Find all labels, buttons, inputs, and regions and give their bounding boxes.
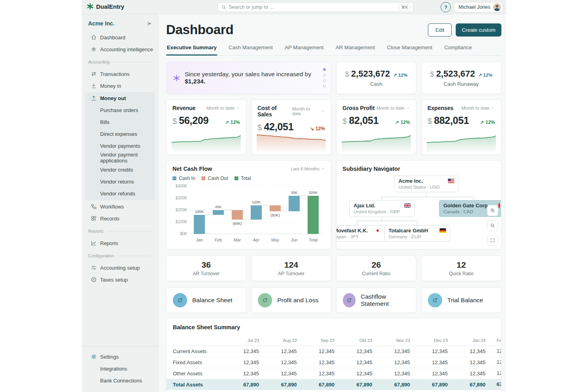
sidebar-item-settings[interactable]: Settings — [85, 351, 155, 363]
period-dropdown[interactable]: Month to date — [377, 106, 410, 110]
sidebar-item-label: Integrations — [100, 366, 127, 372]
sidebar-item-money-in[interactable]: Money in — [85, 80, 155, 92]
table-header-row: Jul 23Aug 23Sep 23Okt 23Nov 23Dec 23Jan … — [166, 336, 501, 346]
col-header-aug-23: Aug 23 — [269, 336, 307, 346]
org-node-acme-inc[interactable]: Acme Inc.United States · USD — [394, 176, 458, 192]
sidebar-item-accounting-intelligence[interactable]: Accounting intelligence — [85, 43, 155, 55]
card-title: Subsidiary Navigator — [342, 166, 400, 172]
cell: 12,345 — [232, 346, 269, 357]
report-link-label: Trial Balance — [447, 297, 483, 304]
table-row-total-assets: Total Assets67,89067,89067,89067,89067,8… — [166, 379, 501, 390]
carousel-dot[interactable] — [323, 74, 326, 77]
brand-logo-icon — [87, 3, 94, 10]
sidebar-item-purchase-orders[interactable]: Purchase orders — [85, 104, 155, 116]
user-menu-button[interactable]: Michael Jones — [454, 2, 503, 12]
carousel-dot[interactable] — [323, 85, 326, 88]
sidebar-item-vendor-credits[interactable]: Vendor credits — [85, 164, 155, 176]
search-box[interactable]: ⌘K — [218, 2, 413, 12]
carousel-dot[interactable] — [323, 79, 326, 82]
sidebar-item-dashboard[interactable]: Dashboard — [85, 31, 155, 43]
period-dropdown[interactable]: Last 6 Months — [291, 166, 325, 171]
sidebar-item-vendor-payment-applications[interactable]: Vendor payment applications — [85, 152, 155, 164]
sidebar-item-integrations[interactable]: Integrations — [85, 363, 155, 375]
edit-button[interactable]: Edit — [428, 23, 452, 37]
report-link-trial-balance[interactable]: Trial Balance — [421, 287, 501, 313]
legend-item-cash-in: Cash In — [172, 176, 195, 181]
sidebar-item-label: Money in — [100, 83, 121, 89]
sidebar-item-workflows[interactable]: Workflows — [85, 201, 155, 212]
zoom-out-button[interactable] — [487, 220, 498, 231]
sidebar-item-vendor-refunds[interactable]: Vendor refunds — [85, 187, 155, 199]
sidebar-item-vendor-payments[interactable]: Vendor payments — [85, 140, 155, 152]
org-node-movefast-k-k[interactable]: Movefast K.K.Japan · JPY — [336, 225, 385, 242]
report-link-balance-sheet[interactable]: Balance Sheet — [166, 287, 246, 313]
carousel-dot[interactable] — [323, 68, 326, 71]
report-link-profit-and-loss[interactable]: Profit and Loss — [251, 287, 331, 313]
gear-icon — [91, 353, 97, 360]
section-label: Reports — [88, 229, 104, 234]
sidebar-item-transactions[interactable]: Transactions — [85, 68, 155, 80]
ratio-value: 124 — [284, 260, 298, 270]
chart-title: Net Cash Flow — [172, 166, 212, 172]
sidebar-item-accounting-setup[interactable]: Accounting setup — [85, 262, 155, 274]
cell: 12,345 — [458, 346, 496, 357]
org-node-ajax-ltd[interactable]: Ajax Ltd.United Kingdom · GBP — [349, 200, 415, 217]
sidebar-item-bank-connections[interactable]: Bank Connections — [85, 375, 155, 386]
collapse-sidebar-icon[interactable] — [147, 21, 153, 27]
metric-card-cost-of-sales: Cost of SalesMonth to date$42,051↘ 12% — [251, 99, 331, 155]
sidebar-item-bills[interactable]: Bills — [85, 116, 155, 128]
sidebar-item-reports[interactable]: Reports — [85, 237, 155, 249]
tab-executive-summary[interactable]: Executive Summary — [166, 44, 217, 55]
sparkline-chart — [257, 130, 326, 152]
ratio-card-ar-turnover: 36AR Turnover — [166, 255, 246, 281]
org-node-totalcare-gmbh[interactable]: Totalcare GmbHGermany · EUR — [384, 225, 450, 242]
sidebar-item-records[interactable]: Records — [85, 212, 155, 224]
section-label: Accounting — [88, 60, 110, 64]
cell: 12,345 — [420, 346, 458, 357]
sidebar-item-label: Vendor returns — [100, 179, 134, 185]
sidebar-item-taxes-setup[interactable]: Taxes setup — [85, 274, 155, 286]
cell: 12,345 — [307, 390, 345, 392]
metric-delta: ↗ 12% — [225, 120, 240, 125]
metric-card-expenses: ExpensesMonth to date$882,051↗ 12% — [421, 99, 501, 155]
cell: 12,345 — [232, 368, 269, 379]
help-button[interactable]: ? — [441, 2, 451, 12]
cell: 12,345 — [232, 357, 269, 368]
period-value: Month to date — [377, 106, 404, 110]
zoom-in-button[interactable] — [487, 205, 498, 216]
kpi-delta-value: 12% — [483, 73, 492, 77]
fullscreen-button[interactable] — [487, 235, 498, 246]
sidebar-item-direct-expenses[interactable]: Direct expenses — [85, 128, 155, 140]
tab-ar-management[interactable]: AR Management — [335, 44, 376, 55]
col-header-jul-23: Jul 23 — [232, 336, 269, 346]
org-switcher[interactable]: Acme Inc. — [82, 14, 158, 31]
kpi-delta-value: 12% — [398, 73, 407, 77]
sidebar-item-money-out[interactable]: Money out — [85, 92, 155, 104]
period-value: Month to date — [292, 106, 319, 116]
ratio-label: AP Turnover — [278, 271, 304, 276]
period-dropdown[interactable]: Month to date — [207, 106, 240, 110]
period-dropdown[interactable]: Month to date — [292, 106, 325, 116]
search-input[interactable] — [226, 4, 398, 10]
sidebar-item-label: Purchase orders — [100, 107, 138, 113]
create-custom-button[interactable]: Create custom — [456, 23, 501, 37]
tab-ap-management[interactable]: AP Management — [284, 44, 325, 55]
tab-compliance[interactable]: Compliance — [443, 44, 473, 55]
kpi-card-cash-runaway: $ 2,523,672 ↗ 12% Cash Runaway — [421, 62, 501, 94]
metric-value: 882,051 — [434, 115, 469, 126]
cell: 12,345 — [420, 368, 458, 379]
tab-cash-management[interactable]: Cash Management — [228, 44, 273, 55]
report-link-cashflow-statement[interactable]: Cashflow Statement — [336, 287, 416, 313]
org-node-region: Japan · JPY — [336, 234, 381, 239]
tab-close-management[interactable]: Close Management — [386, 44, 433, 55]
metric-title: Revenue — [172, 105, 195, 111]
svg-text:$300K: $300K — [176, 196, 187, 200]
brand-logo[interactable]: DualEntry — [87, 3, 124, 10]
period-dropdown[interactable]: Month to date — [462, 106, 495, 110]
row-label: Current Assets — [166, 346, 232, 357]
search-icon — [221, 5, 226, 10]
zoom-out-icon — [490, 223, 495, 228]
sidebar-item-vendor-returns[interactable]: Vendor returns — [85, 176, 155, 187]
sidebar-item-label: Workflows — [100, 204, 124, 210]
flag-de-icon — [439, 228, 446, 233]
